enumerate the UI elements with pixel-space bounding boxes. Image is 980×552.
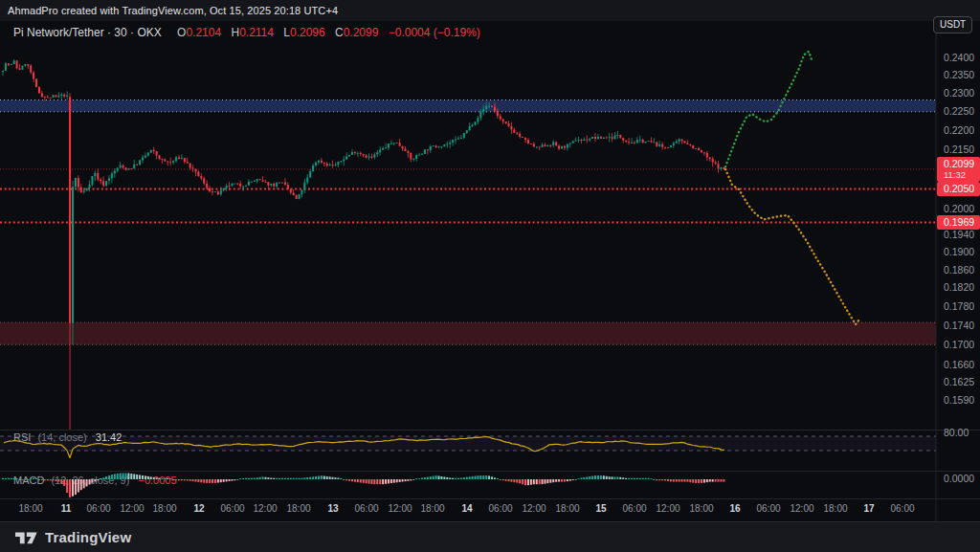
svg-text:18:00: 18:00 <box>823 503 847 514</box>
svg-text:06:00: 06:00 <box>890 503 914 514</box>
open-label: O <box>177 26 186 39</box>
svg-text:0.1940: 0.1940 <box>944 229 974 240</box>
svg-text:0.1590: 0.1590 <box>944 394 974 406</box>
svg-text:0.2150: 0.2150 <box>944 144 974 155</box>
svg-text:0.1625: 0.1625 <box>944 376 974 387</box>
svg-text:12:00: 12:00 <box>522 503 546 514</box>
time-axis-labels[interactable]: 18:001106:0012:0018:001206:0012:0018:001… <box>18 503 914 514</box>
svg-text:13: 13 <box>327 503 339 514</box>
svg-text:16: 16 <box>729 503 741 514</box>
svg-text:0.1900: 0.1900 <box>944 246 974 257</box>
svg-text:06:00: 06:00 <box>488 503 512 514</box>
svg-text:18:00: 18:00 <box>420 503 444 514</box>
svg-text:18:00: 18:00 <box>286 503 310 514</box>
high-value: 0.2114 <box>239 26 274 39</box>
symbol-legend[interactable]: Pi Network/Tether · 30 · OKX O0.2104 H0.… <box>13 26 480 39</box>
svg-text:0.2200: 0.2200 <box>944 124 974 136</box>
svg-text:06:00: 06:00 <box>622 503 646 514</box>
symbol-title[interactable]: Pi Network/Tether · 30 · OKX <box>13 26 162 39</box>
demand-zone[interactable] <box>0 322 936 344</box>
tradingview-chart-window: AhmadPro created with TradingView.com, O… <box>0 0 980 552</box>
rsi-legend[interactable]: RSI (14, close) 31.42 <box>13 431 122 443</box>
macd-axis-label: 0.0000 <box>944 473 974 484</box>
svg-text:06:00: 06:00 <box>354 503 378 514</box>
svg-text:0.2250: 0.2250 <box>944 105 974 117</box>
svg-text:12:00: 12:00 <box>656 503 679 514</box>
svg-text:12: 12 <box>193 503 205 514</box>
tradingview-brand-text[interactable]: TradingView <box>45 529 131 545</box>
svg-text:0.2350: 0.2350 <box>944 69 974 80</box>
supply-zone[interactable] <box>0 100 936 112</box>
close-value: 0.2099 <box>344 26 379 39</box>
svg-text:0.2050: 0.2050 <box>944 183 974 194</box>
low-value: 0.2096 <box>290 26 325 39</box>
svg-text:06:00: 06:00 <box>86 503 110 514</box>
svg-text:18:00: 18:00 <box>689 503 713 514</box>
rsi-value: 31.42 <box>96 431 122 443</box>
svg-text:0.1820: 0.1820 <box>944 281 974 293</box>
svg-text:0.2400: 0.2400 <box>944 52 974 63</box>
rsi-params: (14, close) <box>37 431 86 443</box>
high-label: H <box>231 26 239 39</box>
svg-text:06:00: 06:00 <box>756 503 780 514</box>
last-price-badge: 0.209911:32 <box>937 157 980 182</box>
svg-text:0.1740: 0.1740 <box>944 320 974 331</box>
svg-text:12:00: 12:00 <box>388 503 412 514</box>
svg-text:18:00: 18:00 <box>18 503 42 514</box>
low-label: L <box>283 26 290 39</box>
svg-text:12:00: 12:00 <box>253 503 277 514</box>
svg-text:06:00: 06:00 <box>220 503 244 514</box>
svg-text:14: 14 <box>461 503 473 514</box>
svg-text:0.2099: 0.2099 <box>944 158 974 169</box>
svg-text:12:00: 12:00 <box>790 503 813 514</box>
alert-badge: 0.1969 <box>937 215 980 230</box>
svg-text:0.1780: 0.1780 <box>944 300 974 312</box>
change-value: −0.0004 (−0.19%) <box>389 26 480 39</box>
svg-text:0.1660: 0.1660 <box>944 359 974 370</box>
alert-badge: 0.2050 <box>937 182 980 196</box>
open-value: 0.2104 <box>186 26 221 39</box>
macd-histogram <box>2 474 724 498</box>
candles-layer <box>2 59 724 430</box>
svg-text:18:00: 18:00 <box>152 503 176 514</box>
attribution-bar: AhmadPro created with TradingView.com, O… <box>0 0 980 21</box>
svg-text:0.1860: 0.1860 <box>944 264 974 276</box>
chart-canvas[interactable]: 0.24000.23500.23000.22500.22000.21500.20… <box>0 0 980 552</box>
svg-text:11:32: 11:32 <box>944 169 966 180</box>
svg-text:0.2000: 0.2000 <box>944 203 974 214</box>
attribution-text: AhmadPro created with TradingView.com, O… <box>8 5 338 16</box>
close-label: C <box>335 26 344 39</box>
svg-text:0.2300: 0.2300 <box>944 87 974 99</box>
svg-text:17: 17 <box>863 503 875 514</box>
svg-text:12:00: 12:00 <box>120 503 144 514</box>
svg-text:18:00: 18:00 <box>555 503 579 514</box>
currency-toggle-button[interactable]: USDT <box>933 16 972 33</box>
footer-bar: TradingView <box>0 521 980 552</box>
projection-yellow[interactable] <box>725 169 858 324</box>
svg-text:0.1969: 0.1969 <box>944 216 974 228</box>
svg-text:15: 15 <box>595 503 607 514</box>
rsi-plot <box>0 436 936 457</box>
rsi-axis-label: 80.00 <box>944 427 969 438</box>
svg-text:0.1700: 0.1700 <box>944 339 974 350</box>
rsi-title: RSI <box>13 431 31 443</box>
svg-text:11: 11 <box>61 503 72 514</box>
tradingview-logo-icon[interactable] <box>15 528 37 547</box>
